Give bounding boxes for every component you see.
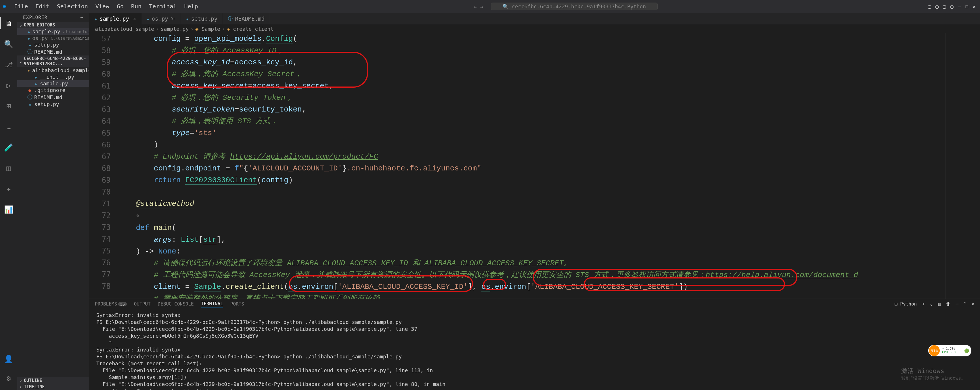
close-panel-icon[interactable]: ×	[971, 301, 974, 307]
menu-file[interactable]: File	[11, 2, 31, 11]
open-editor-item[interactable]: ⬥ sample.py alibabacloud_sample	[17, 28, 89, 35]
timeline-header[interactable]: › TIMELINE	[17, 384, 89, 390]
account-icon[interactable]: 👤	[0, 353, 17, 365]
file-tree-item[interactable]: ◆ .gitignore	[17, 87, 89, 94]
editor-tab[interactable]: ⓘ README.md	[223, 13, 270, 24]
extensions-icon[interactable]: ⊞	[0, 100, 17, 112]
menu-help[interactable]: Help	[181, 2, 201, 11]
nav-arrows[interactable]: ←→	[472, 3, 485, 10]
more-icon[interactable]: ⋯	[956, 301, 958, 307]
titlebar-icon-5[interactable]: ❐	[965, 3, 968, 10]
system-monitor-widget[interactable]: 91% ↑ 1.76%CPU 39°C 🟢	[928, 345, 971, 357]
code-content[interactable]: config = open_api_models.Config( # 必填，您的…	[118, 33, 945, 299]
panel-tab-output[interactable]: OUTPUT	[134, 300, 151, 308]
file-icon: ⬥	[146, 16, 150, 22]
terminal-output[interactable]: SyntaxError: invalid syntaxPS E:\Downloa…	[89, 309, 980, 390]
titlebar-icon-1[interactable]: ▢	[935, 3, 939, 10]
live-icon[interactable]: ✦	[0, 183, 17, 195]
kill-terminal-icon[interactable]: 🗑	[946, 301, 950, 307]
minimap[interactable]	[945, 33, 980, 299]
source-control-icon[interactable]: ⎇	[0, 59, 17, 71]
file-name: setup.py	[34, 42, 59, 48]
menu-run[interactable]: Run	[128, 2, 145, 11]
terminal-line: ^	[96, 339, 973, 346]
terminal-dropdown-icon[interactable]: ⌄	[930, 301, 933, 307]
menu-selection[interactable]: Selection	[53, 2, 91, 11]
forward-icon: →	[480, 4, 484, 10]
editor-tab[interactable]: ⬥ sample.py ×	[89, 13, 142, 24]
terminal-line: PS E:\Download\cecc6fbc-6c4b-4229-bc0c-9…	[96, 353, 973, 360]
menu-edit[interactable]: Edit	[32, 2, 52, 11]
file-name: os.py	[32, 35, 48, 41]
panel-tab-terminal[interactable]: TERMINAL	[201, 300, 223, 308]
new-terminal-icon[interactable]: +	[922, 301, 925, 307]
terminal-line: File "E:\Download\cecc6fbc-6c4b-4229-bc0…	[96, 367, 973, 374]
explorer-icon[interactable]: 🗎	[0, 17, 17, 29]
file-name: sample.py	[40, 81, 68, 87]
editor[interactable]: 5758596061626364656667686970717273747576…	[89, 33, 980, 299]
file-icon: ▸	[27, 67, 30, 73]
split-terminal-icon[interactable]: ▥	[938, 301, 940, 307]
file-icon: ⬥	[27, 35, 30, 41]
editor-tab[interactable]: ⬥ os.py 9+	[142, 13, 181, 24]
breadcrumb-item[interactable]: ◈ Sample	[195, 26, 220, 32]
test-icon[interactable]: 🧪	[0, 141, 17, 154]
tab-label: os.py	[152, 16, 168, 22]
file-tree-item[interactable]: ⬥ sample.py	[17, 80, 89, 87]
open-editors-header[interactable]: ⌄ OPEN EDITORS	[17, 22, 89, 28]
titlebar-icon-3[interactable]: ▢	[950, 3, 953, 10]
global-search-input[interactable]: 🔍 cecc6fbc-6c4b-4229-bc0c-9a1f90317b4c-P…	[491, 3, 658, 10]
titlebar-icon-0[interactable]: ▢	[928, 3, 931, 10]
titlebar-icon-6[interactable]: ✕	[972, 3, 976, 10]
breadcrumb[interactable]: alibabacloud_sample› sample.py› ◈ Sample…	[89, 24, 980, 33]
run-debug-icon[interactable]: ▷	[0, 79, 17, 91]
sidebar-title: EXPLORER⋯	[17, 13, 89, 22]
panel-tab-debug console[interactable]: DEBUG CONSOLE	[158, 300, 194, 308]
menu-view[interactable]: View	[92, 2, 113, 11]
breadcrumb-item[interactable]: sample.py	[161, 26, 189, 32]
open-editor-item[interactable]: ⬥ setup.py	[17, 41, 89, 48]
maximize-panel-icon[interactable]: ^	[964, 301, 966, 307]
open-editor-item[interactable]: ⬥ os.py C:\Users\Administrato... 9+	[17, 35, 89, 41]
activity-bar: 🗎 🔍 ⎇ ▷ ⊞ ☁ 🧪 ◫ ✦ 📊 👤 ⚙	[0, 13, 17, 390]
titlebar-icon-2[interactable]: ▢	[943, 3, 946, 10]
file-tree-item[interactable]: ▸ alibabacloud_sample	[17, 67, 89, 74]
docker-icon[interactable]: ◫	[0, 162, 17, 174]
more-icon[interactable]: ⋯	[80, 15, 83, 20]
chevron-right-icon: ›	[19, 384, 22, 389]
file-icon: ⓘ	[27, 94, 32, 101]
menu-terminal[interactable]: Terminal	[145, 2, 180, 11]
terminal-line: Sample.main(sys.argv[1:])	[96, 374, 973, 381]
file-icon: ⬥	[27, 29, 30, 35]
editor-tab[interactable]: ⬥ setup.py	[181, 13, 223, 24]
graph-icon[interactable]: 📊	[0, 203, 17, 216]
open-editor-item[interactable]: ⓘ README.md	[17, 48, 89, 55]
editor-tabs: ⬥ sample.py × ⬥ os.py 9+ ⬥ setup.py ⓘ RE…	[89, 13, 980, 24]
titlebar-icon-4[interactable]: —	[958, 3, 961, 10]
gear-icon[interactable]: ⚙	[0, 372, 17, 384]
close-icon[interactable]: ×	[133, 16, 136, 22]
terminal-shell-label[interactable]: ▢ Python	[895, 301, 917, 307]
menu-go[interactable]: Go	[113, 2, 127, 11]
chevron-down-icon: ⌄	[19, 22, 22, 28]
panel-tab-problems[interactable]: PROBLEMS35	[95, 300, 127, 308]
search-icon[interactable]: 🔍	[0, 38, 17, 50]
terminal-line: client = Sample.create_client(id, secret…	[96, 388, 973, 390]
outline-header[interactable]: › OUTLINE	[17, 377, 89, 384]
file-name: alibabacloud_sample	[32, 67, 91, 73]
file-tree-item[interactable]: ⬥ __init__.py	[17, 74, 89, 80]
file-name: setup.py	[34, 101, 59, 107]
file-icon: ⓘ	[228, 16, 232, 22]
memory-pct: 91%	[929, 345, 940, 356]
file-name: README.md	[34, 94, 62, 100]
editor-area: ⬥ sample.py × ⬥ os.py 9+ ⬥ setup.py ⓘ RE…	[89, 13, 980, 390]
breadcrumb-item[interactable]: alibabacloud_sample	[95, 26, 154, 32]
file-tree-item[interactable]: ⓘ README.md	[17, 94, 89, 101]
remote-icon[interactable]: ☁	[0, 121, 17, 133]
terminal-line: access_key_secret=bUef5mIr6g8CsSj5qXGo3W…	[96, 333, 973, 339]
terminal-line: SyntaxError: invalid syntax	[96, 312, 973, 319]
panel-tab-ports[interactable]: PORTS	[230, 300, 244, 308]
workspace-header[interactable]: ⌄ CECC6FBC-6C4B-4229-BC0C-9A1F90317B4C..…	[17, 55, 89, 67]
breadcrumb-item[interactable]: ◈ create_client	[227, 26, 274, 32]
file-tree-item[interactable]: ⬥ setup.py	[17, 101, 89, 108]
